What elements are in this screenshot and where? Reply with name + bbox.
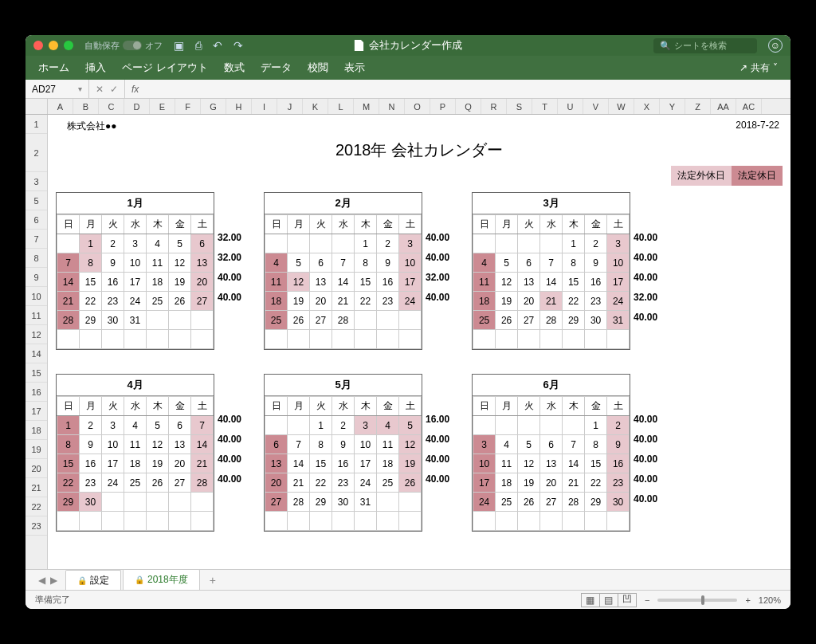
column-header[interactable]: R — [481, 99, 507, 114]
calendar-cell[interactable]: 17 — [124, 273, 147, 292]
row-header[interactable]: 20 — [26, 459, 47, 478]
calendar-cell[interactable]: 7 — [540, 253, 563, 273]
view-page-layout-icon[interactable]: ▤ — [599, 593, 618, 607]
calendar-cell[interactable]: 27 — [518, 311, 540, 330]
calendar-cell[interactable] — [57, 512, 80, 531]
column-header[interactable]: X — [634, 99, 660, 114]
calendar-cell[interactable] — [169, 330, 191, 349]
calendar-cell[interactable]: 5 — [288, 253, 310, 273]
calendar-cell[interactable]: 19 — [147, 454, 169, 473]
calendar-cell[interactable]: 25 — [124, 473, 147, 493]
calendar-cell[interactable] — [518, 234, 540, 253]
spreadsheet-grid[interactable]: 1235678910111214151617181920212223 株式会社●… — [26, 115, 790, 569]
calendar-cell[interactable]: 30 — [607, 493, 630, 512]
calendar-cell[interactable]: 12 — [399, 435, 422, 454]
column-header[interactable]: K — [303, 99, 328, 114]
calendar-cell[interactable]: 28 — [57, 311, 80, 330]
zoom-out-button[interactable]: − — [645, 595, 649, 605]
calendar-cell[interactable]: 22 — [57, 473, 80, 493]
view-page-break-icon[interactable]: 凹 — [618, 593, 637, 607]
row-header[interactable]: 2 — [26, 134, 47, 172]
calendar-cell[interactable]: 28 — [191, 473, 214, 493]
calendar-cell[interactable]: 7 — [288, 435, 310, 454]
calendar-cell[interactable] — [518, 416, 540, 435]
calendar-cell[interactable] — [169, 512, 191, 531]
calendar-cell[interactable] — [399, 330, 422, 349]
calendar-cell[interactable]: 15 — [57, 454, 80, 473]
calendar-cell[interactable] — [496, 330, 518, 349]
calendar-cell[interactable] — [169, 493, 191, 512]
calendar-cell[interactable]: 25 — [496, 493, 518, 512]
column-header[interactable]: I — [252, 99, 277, 114]
calendar-cell[interactable]: 27 — [310, 311, 332, 330]
calendar-cell[interactable] — [147, 311, 169, 330]
calendar-cell[interactable]: 22 — [310, 473, 332, 493]
zoom-level[interactable]: 120% — [759, 595, 781, 605]
calendar-cell[interactable]: 11 — [473, 273, 496, 292]
row-header[interactable]: 15 — [26, 363, 47, 383]
calendar-cell[interactable] — [518, 512, 540, 531]
calendar-cell[interactable]: 3 — [102, 416, 124, 435]
calendar-cell[interactable]: 10 — [102, 435, 124, 454]
calendar-cell[interactable]: 15 — [585, 454, 607, 473]
column-header[interactable]: AC — [736, 99, 762, 114]
calendar-cell[interactable]: 19 — [288, 292, 310, 311]
minimize-icon[interactable] — [49, 41, 58, 50]
calendar-cell[interactable]: 20 — [540, 473, 563, 493]
calendar-cell[interactable]: 6 — [540, 435, 563, 454]
calendar-cell[interactable]: 2 — [80, 416, 102, 435]
row-header[interactable]: 23 — [26, 516, 47, 536]
column-header[interactable]: J — [277, 99, 303, 114]
calendar-cell[interactable]: 21 — [288, 473, 310, 493]
calendar-cell[interactable] — [310, 330, 332, 349]
calendar-cell[interactable]: 9 — [332, 435, 355, 454]
zoom-in-button[interactable]: + — [745, 595, 750, 605]
toggle-icon[interactable] — [123, 41, 142, 50]
calendar-cell[interactable]: 1 — [57, 416, 80, 435]
print-icon[interactable]: ⎙ — [195, 39, 202, 52]
tab-prev-icon[interactable]: ◀ — [38, 575, 45, 586]
calendar-cell[interactable]: 10 — [355, 435, 377, 454]
calendar-cell[interactable]: 11 — [377, 435, 399, 454]
calendar-cell[interactable]: 22 — [80, 292, 102, 311]
calendar-cell[interactable] — [355, 311, 377, 330]
calendar-cell[interactable] — [102, 512, 124, 531]
calendar-cell[interactable]: 4 — [147, 234, 169, 253]
calendar-cell[interactable] — [265, 512, 288, 531]
calendar-cell[interactable]: 10 — [473, 454, 496, 473]
sheet-tab-settings[interactable]: 🔒 設定 — [65, 570, 121, 591]
calendar-cell[interactable]: 17 — [355, 454, 377, 473]
calendar-cell[interactable]: 21 — [563, 473, 585, 493]
calendar-cell[interactable] — [399, 512, 422, 531]
calendar-cell[interactable]: 26 — [399, 473, 422, 493]
calendar-cell[interactable] — [124, 512, 147, 531]
calendar-cell[interactable]: 29 — [563, 311, 585, 330]
calendar-cell[interactable]: 11 — [496, 454, 518, 473]
calendar-cell[interactable]: 30 — [102, 311, 124, 330]
calendar-cell[interactable]: 19 — [518, 473, 540, 493]
calendar-cell[interactable] — [80, 330, 102, 349]
calendar-cell[interactable]: 10 — [607, 253, 630, 273]
calendar-cell[interactable]: 1 — [563, 234, 585, 253]
column-header[interactable]: W — [609, 99, 634, 114]
calendar-cell[interactable]: 14 — [191, 435, 214, 454]
calendar-cell[interactable]: 13 — [310, 273, 332, 292]
tab-formulas[interactable]: 数式 — [224, 61, 245, 75]
calendar-cell[interactable] — [377, 512, 399, 531]
calendar-cell[interactable] — [355, 330, 377, 349]
view-normal-icon[interactable]: ▦ — [581, 593, 600, 607]
calendar-cell[interactable] — [169, 311, 191, 330]
calendar-cell[interactable]: 24 — [607, 292, 630, 311]
calendar-cell[interactable]: 5 — [147, 416, 169, 435]
row-header[interactable]: 8 — [26, 249, 47, 268]
calendar-cell[interactable]: 4 — [496, 435, 518, 454]
calendar-cell[interactable]: 14 — [563, 454, 585, 473]
calendar-cell[interactable]: 4 — [124, 416, 147, 435]
calendar-cell[interactable] — [399, 311, 422, 330]
fx-label[interactable]: fx — [125, 84, 145, 95]
row-header[interactable]: 14 — [26, 344, 47, 363]
calendar-cell[interactable]: 3 — [355, 416, 377, 435]
row-header[interactable]: 1 — [26, 115, 47, 134]
calendar-cell[interactable] — [191, 311, 214, 330]
calendar-cell[interactable]: 17 — [102, 454, 124, 473]
